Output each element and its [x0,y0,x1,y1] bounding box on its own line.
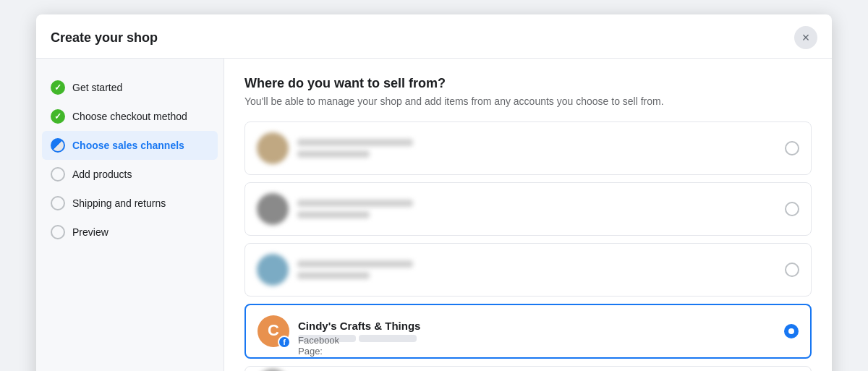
account-list: C f Cindy's Crafts & Things Facebook Pag… [244,121,812,371]
check-icon: ✓ [51,80,65,95]
account-sub-cindys: Facebook Page: [298,332,420,343]
account-name-cindys: Cindy's Crafts & Things [298,320,420,332]
cindy-avatar: C f [258,315,289,347]
close-button[interactable]: × [794,26,817,49]
check-icon-2: ✓ [51,109,65,124]
radio-unselected-2[interactable] [785,202,799,216]
circle-icon-3 [51,225,65,239]
sidebar-item-choose-checkout[interactable]: ✓ Choose checkout method [36,102,224,131]
account-item-partial[interactable] [244,366,812,371]
blurred-text-3 [297,200,413,207]
radio-unselected-1[interactable] [785,141,799,155]
modal-body: ✓ Get started ✓ Choose checkout method C… [36,59,832,371]
blurred-avatar-3 [257,254,289,286]
blurred-text-1 [297,139,413,146]
sidebar-label-choose-sales: Choose sales channels [72,140,184,151]
account-item-2[interactable] [244,182,812,236]
sidebar-label-preview: Preview [72,226,109,238]
blurred-text-5 [297,260,413,268]
blurred-avatar-2 [257,193,289,225]
modal-create-shop: Create your shop × ✓ Get started ✓ Choos… [36,14,832,371]
radio-unselected-3[interactable] [785,263,799,277]
blurred-avatar-1 [257,132,289,164]
sidebar: ✓ Get started ✓ Choose checkout method C… [36,59,224,371]
sidebar-label-shipping: Shipping and returns [72,197,166,209]
circle-icon-2 [51,196,65,210]
circle-icon-1 [51,167,65,182]
sidebar-item-preview[interactable]: Preview [36,218,224,247]
sidebar-item-add-products[interactable]: Add products [36,160,224,189]
blurred-text-2 [297,150,370,158]
blurred-text-4 [297,211,370,218]
radio-selected-cindys[interactable] [784,324,799,338]
section-title: Where do you want to sell from? [244,76,812,91]
sidebar-label-get-started: Get started [72,82,122,93]
facebook-badge: f [278,336,291,349]
sidebar-item-choose-sales[interactable]: Choose sales channels [42,131,218,160]
account-item-1[interactable] [244,121,812,175]
sidebar-label-choose-checkout: Choose checkout method [72,111,187,122]
blurred-text-6 [297,272,370,279]
main-content: Where do you want to sell from? You'll b… [224,59,832,371]
sidebar-label-add-products: Add products [72,169,132,180]
active-icon [51,138,65,153]
modal-title: Create your shop [51,30,158,46]
section-subtitle: You'll be able to manage your shop and a… [244,95,812,107]
modal-header: Create your shop × [36,14,832,59]
sidebar-item-get-started[interactable]: ✓ Get started [36,73,224,102]
sidebar-item-shipping-returns[interactable]: Shipping and returns [36,189,224,218]
svg-text:C: C [268,321,279,339]
account-item-cindys[interactable]: C f Cindy's Crafts & Things Facebook Pag… [244,304,812,359]
account-item-3[interactable] [244,243,812,297]
